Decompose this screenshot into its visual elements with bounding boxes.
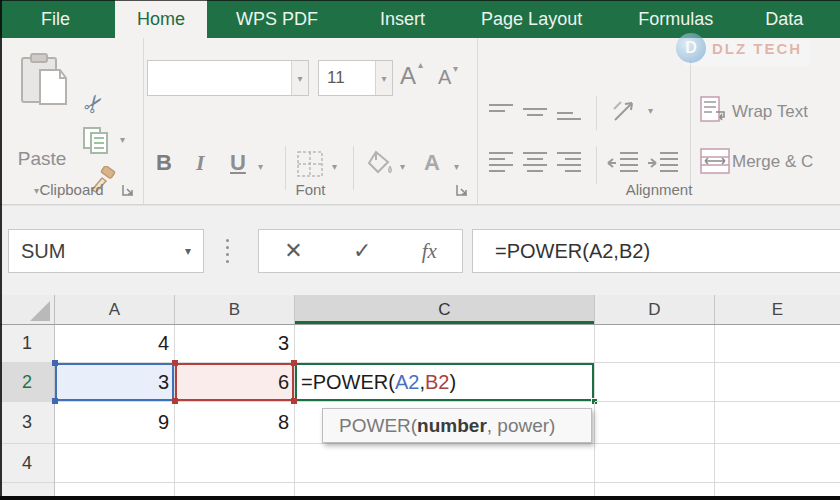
borders-icon [296, 150, 324, 178]
align-top-button[interactable] [488, 102, 514, 126]
formula-prefix: =POWER( [301, 371, 395, 394]
font-dialog-launcher-icon[interactable] [456, 184, 469, 196]
copy-button[interactable] [82, 126, 112, 158]
orientation-caret-icon[interactable]: ▾ [648, 106, 653, 116]
cell-D1[interactable] [595, 325, 715, 363]
cell-A4[interactable] [55, 444, 175, 483]
cell-D2[interactable] [595, 363, 715, 402]
grow-font-icon: A [400, 62, 416, 89]
insert-function-icon[interactable]: fx [422, 239, 437, 264]
grow-font-button[interactable]: A▴ [400, 62, 416, 90]
tab-insert[interactable]: Insert [363, 0, 442, 38]
cell-E2[interactable] [715, 363, 840, 402]
cell-B3[interactable]: 8 [175, 402, 295, 444]
orientation-button[interactable] [610, 96, 640, 130]
wrap-text-button[interactable] [700, 96, 728, 126]
cell-E3[interactable] [715, 402, 840, 444]
row-header-4[interactable]: 4 [0, 444, 55, 483]
align-bottom-icon [556, 102, 582, 122]
frame-edge-top [0, 0, 840, 1]
cell-C2-active-editing[interactable]: =POWER(A2,B2) [295, 363, 595, 402]
row-header-2[interactable]: 2 [0, 363, 55, 402]
column-header-B[interactable]: B [175, 295, 295, 324]
clipboard-group: Paste ▾ ✂ ▾ Clipboard [0, 38, 144, 204]
cell-E1[interactable] [715, 325, 840, 363]
column-header-C[interactable]: C [295, 295, 595, 324]
tab-data[interactable]: Data [748, 0, 820, 38]
underline-caret-icon[interactable]: ▾ [258, 162, 263, 172]
wrap-text-label: Wrap Text [732, 102, 808, 122]
alignment-separator-2 [690, 60, 691, 190]
cell-B4[interactable] [175, 444, 295, 483]
align-center-button[interactable] [522, 150, 548, 180]
cell-A1[interactable]: 4 [55, 325, 175, 363]
clipboard-dialog-launcher-icon[interactable] [122, 184, 135, 196]
formula-suffix: ) [449, 371, 456, 394]
cell-A2-value: 3 [158, 371, 169, 394]
fill-color-button[interactable] [366, 148, 396, 182]
scissors-icon: ✂ [77, 88, 111, 120]
formula-bar: SUM ▾ ✕ ✓ fx =POWER(A2,B2) [0, 205, 840, 295]
cell-A2-referenced[interactable]: 3 [55, 363, 175, 402]
cell-D4[interactable] [595, 444, 715, 483]
paste-label: Paste [10, 148, 74, 170]
ribbon-tab-bar: File Home WPS PDF Insert Page Layout For… [0, 0, 840, 38]
formula-input[interactable]: =POWER(A2,B2) [472, 229, 840, 273]
borders-caret-icon[interactable]: ▾ [332, 162, 337, 172]
cell-C1[interactable] [295, 325, 595, 363]
column-header-E[interactable]: E [715, 295, 840, 324]
fill-color-caret-icon[interactable]: ▾ [400, 162, 405, 172]
decrease-indent-button[interactable] [606, 150, 640, 180]
increase-indent-button[interactable] [646, 150, 680, 180]
borders-button[interactable] [296, 150, 324, 182]
paste-button[interactable] [18, 52, 70, 112]
cell-B2-referenced[interactable]: 6 [175, 363, 295, 402]
align-left-button[interactable] [488, 150, 514, 180]
font-group: ▾ 11 ▾ A▴ A▾ B I U ▾ ▾ [144, 38, 478, 204]
tab-home[interactable]: Home [115, 0, 207, 38]
font-color-caret-icon[interactable]: ▾ [454, 162, 459, 172]
cut-button[interactable]: ✂ [77, 88, 111, 121]
cell-E4[interactable] [715, 444, 840, 483]
row-header-3[interactable]: 3 [0, 402, 55, 444]
alignment-group-label: Alignment [478, 181, 840, 198]
name-box-caret-icon[interactable]: ▾ [185, 244, 191, 258]
copy-dropdown-caret[interactable]: ▾ [120, 135, 125, 145]
cell-A3[interactable]: 9 [55, 402, 175, 444]
name-box[interactable]: SUM ▾ [8, 229, 204, 273]
shrink-font-button[interactable]: A▾ [438, 66, 451, 89]
column-header-D[interactable]: D [595, 295, 715, 324]
cell-D3[interactable] [595, 402, 715, 444]
merge-center-label: Merge & C [732, 152, 813, 172]
bold-button[interactable]: B [156, 150, 172, 176]
tab-formulas[interactable]: Formulas [621, 0, 730, 38]
select-all-corner[interactable] [0, 295, 55, 324]
align-middle-button[interactable] [522, 102, 548, 126]
column-header-A[interactable]: A [55, 295, 175, 324]
font-name-caret-icon[interactable]: ▾ [291, 61, 308, 95]
row-header-1[interactable]: 1 [0, 325, 55, 363]
range-handle-icon [52, 360, 58, 366]
cell-B1[interactable]: 3 [175, 325, 295, 363]
name-box-value: SUM [21, 240, 65, 263]
range-handle-icon [291, 398, 297, 404]
font-size-combo[interactable]: 11 ▾ [318, 60, 393, 96]
cancel-icon[interactable]: ✕ [284, 238, 302, 264]
range-handle-icon [291, 360, 297, 366]
formula-bar-resize-dots[interactable] [226, 239, 229, 263]
align-bottom-button[interactable] [556, 102, 582, 126]
underline-button[interactable]: U [230, 150, 246, 176]
spreadsheet-grid: A B C D E 1 4 3 2 3 6 =POWER(A2,B2) [0, 295, 840, 500]
enter-check-icon[interactable]: ✓ [353, 238, 371, 264]
font-name-combo[interactable]: ▾ [147, 60, 309, 96]
tab-page-layout[interactable]: Page Layout [464, 0, 599, 38]
cell-C4[interactable] [295, 444, 595, 483]
frame-edge-left [0, 0, 2, 500]
italic-button[interactable]: I [196, 150, 205, 176]
font-size-caret-icon[interactable]: ▾ [375, 61, 392, 95]
tab-wps-pdf[interactable]: WPS PDF [219, 0, 335, 38]
font-color-button[interactable]: A [424, 150, 440, 176]
tab-file[interactable]: File [24, 0, 87, 38]
align-right-button[interactable] [556, 150, 582, 180]
merge-center-button[interactable] [700, 148, 730, 178]
